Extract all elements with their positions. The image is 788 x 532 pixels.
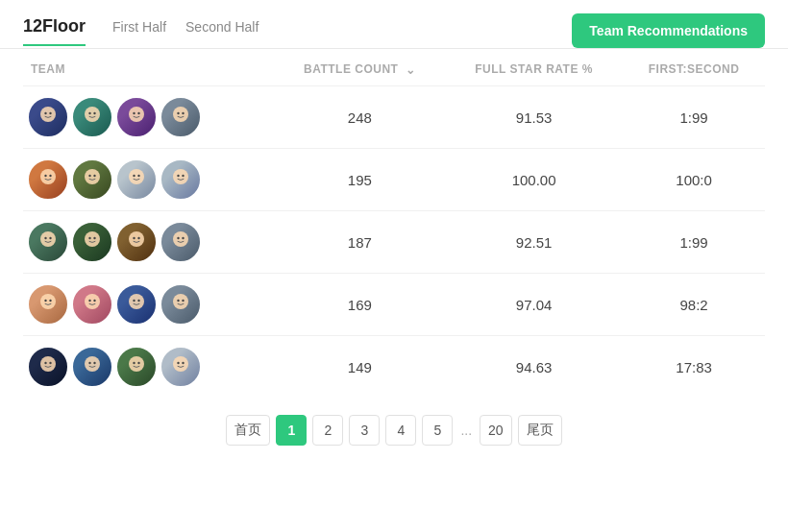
svg-point-56	[137, 362, 139, 364]
character-face-icon	[161, 223, 200, 261]
svg-point-41	[93, 300, 95, 302]
first-second-cell: 98:2	[623, 274, 765, 336]
svg-point-24	[40, 231, 56, 247]
character-face-icon	[117, 98, 156, 136]
svg-point-42	[129, 294, 144, 309]
svg-point-37	[44, 300, 46, 302]
svg-point-26	[49, 237, 51, 239]
svg-point-32	[137, 237, 139, 239]
svg-point-2	[49, 112, 51, 114]
pagination: 首页 1 2 3 4 5 ... 20 尾页	[0, 398, 788, 459]
svg-point-55	[133, 362, 135, 364]
svg-point-52	[88, 362, 90, 364]
page-last-button[interactable]: 尾页	[518, 415, 562, 446]
team-cell	[23, 211, 275, 274]
svg-point-54	[129, 356, 144, 372]
svg-point-53	[93, 362, 95, 364]
page-header: 12Floor First Half Second Half Team Reco…	[0, 0, 788, 48]
team-cell	[23, 336, 275, 399]
battle-count-cell: 169	[275, 274, 445, 336]
svg-point-0	[40, 107, 56, 122]
table-row: 18792.511:99	[23, 211, 765, 274]
svg-point-44	[137, 300, 139, 302]
svg-point-9	[173, 107, 188, 122]
sort-down-icon	[406, 64, 416, 76]
character-face-icon	[73, 98, 111, 136]
svg-point-58	[177, 362, 179, 364]
svg-point-5	[93, 112, 95, 114]
first-second-cell: 100:0	[623, 149, 765, 211]
svg-point-49	[44, 362, 46, 364]
tab-second-half[interactable]: Second Half	[185, 19, 259, 42]
svg-point-48	[40, 356, 56, 372]
first-second-cell: 1:99	[623, 211, 765, 274]
avatar	[160, 221, 202, 263]
battle-count-cell: 195	[275, 149, 445, 211]
col-first-second: FIRST:SECOND	[623, 49, 765, 86]
svg-point-31	[133, 237, 135, 239]
avatar-group	[27, 346, 267, 388]
team-cell	[23, 149, 275, 211]
svg-point-34	[177, 237, 179, 239]
svg-point-25	[44, 237, 46, 239]
svg-point-21	[173, 169, 188, 184]
svg-point-17	[93, 175, 95, 177]
col-battle-count[interactable]: BATTLE COUNT	[275, 49, 445, 86]
svg-point-11	[182, 112, 184, 114]
full-star-rate-cell: 91.53	[445, 86, 623, 149]
character-face-icon	[73, 160, 111, 199]
table-header-row: TEAM BATTLE COUNT FULL STAR RATE % FIRST…	[23, 49, 765, 86]
avatar	[115, 346, 158, 388]
character-face-icon	[29, 223, 67, 261]
page-1-button[interactable]: 1	[276, 415, 307, 446]
character-face-icon	[29, 285, 67, 324]
page-5-button[interactable]: 5	[422, 415, 453, 446]
character-face-icon	[161, 285, 200, 324]
floor-title: 12Floor	[23, 16, 86, 46]
svg-point-23	[182, 175, 184, 177]
page-first-button[interactable]: 首页	[226, 415, 270, 446]
table-row: 14994.6317:83	[23, 336, 765, 399]
svg-point-51	[85, 356, 100, 372]
page-3-button[interactable]: 3	[349, 415, 380, 446]
character-face-icon	[161, 160, 200, 199]
page-20-button[interactable]: 20	[480, 415, 512, 446]
avatar-group	[27, 158, 267, 201]
table-row: 195100.00100:0	[23, 149, 765, 211]
tab-first-half[interactable]: First Half	[112, 19, 166, 42]
team-cell	[23, 86, 275, 149]
team-recommendations-button[interactable]: Team Recommendations	[572, 13, 765, 48]
svg-point-28	[88, 237, 90, 239]
svg-point-39	[85, 294, 100, 309]
full-star-rate-cell: 97.04	[445, 274, 623, 336]
page-4-button[interactable]: 4	[385, 415, 416, 446]
avatar	[71, 158, 113, 201]
svg-point-20	[137, 175, 139, 177]
data-table-container: TEAM BATTLE COUNT FULL STAR RATE % FIRST…	[0, 49, 788, 398]
character-face-icon	[161, 98, 200, 136]
character-face-icon	[73, 348, 111, 386]
avatar	[160, 158, 202, 201]
svg-point-18	[129, 169, 144, 184]
avatar	[27, 283, 69, 326]
page-2-button[interactable]: 2	[312, 415, 343, 446]
svg-point-6	[129, 107, 144, 122]
svg-point-47	[182, 300, 184, 302]
table-row: 16997.0498:2	[23, 274, 765, 336]
svg-point-45	[173, 294, 188, 309]
character-face-icon	[73, 223, 111, 261]
full-star-rate-cell: 92.51	[445, 211, 623, 274]
svg-point-43	[133, 300, 135, 302]
battle-count-cell: 187	[275, 211, 445, 274]
avatar	[27, 221, 69, 263]
svg-point-12	[40, 169, 56, 184]
avatar	[71, 221, 113, 263]
avatar	[160, 96, 202, 138]
svg-point-16	[88, 175, 90, 177]
avatar	[115, 283, 158, 326]
character-face-icon	[117, 285, 156, 324]
svg-point-40	[88, 300, 90, 302]
full-star-rate-cell: 100.00	[445, 149, 623, 211]
svg-point-30	[129, 231, 144, 247]
first-second-cell: 1:99	[623, 86, 765, 149]
